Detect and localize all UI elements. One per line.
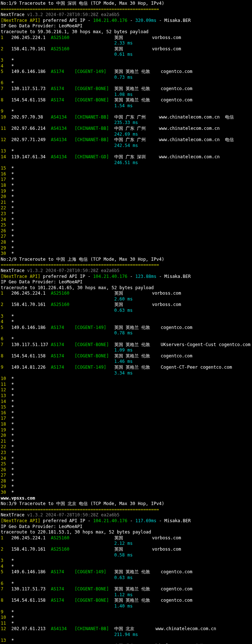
hop-row-star: 24 * bbox=[1, 456, 251, 462]
hop-row: 7 130.117.51.73 AS174 [COGENT-BONE] 英国 英… bbox=[1, 86, 251, 92]
hop-row-star: 13 * bbox=[1, 638, 251, 644]
hop-row-star: 13 * bbox=[1, 148, 251, 154]
hop-row-star: 19 * bbox=[1, 427, 251, 433]
hop-row: 1 206.245.224.1 AS25160 英国 vorboss.com bbox=[1, 291, 251, 296]
hop-row-star: 18 * bbox=[1, 183, 251, 189]
hop-row: 2 158.41.70.161 AS25160 英国 vorboss.com bbox=[1, 547, 251, 552]
hop-row-star: 28 * bbox=[1, 240, 251, 245]
hop-row: 12 202.97.61.213 AS4134 [CHINANET-BB] 中国… bbox=[1, 626, 251, 632]
hop-ms: 246.51 ms bbox=[1, 160, 251, 166]
hop-row: 1 206.245.224.1 AS25160 英国 vorboss.com bbox=[1, 35, 251, 41]
hop-row-star: 17 * bbox=[1, 177, 251, 183]
hop-row-star: 3 * bbox=[1, 558, 251, 564]
hop-row-star: 26 * bbox=[1, 228, 251, 234]
hop-ms: 0.78 ms bbox=[1, 330, 251, 336]
hop-row: 5 149.6.146.186 AS174 [COGENT-149] 英国 英格… bbox=[1, 569, 251, 575]
hop-row-star: 25 * bbox=[1, 222, 251, 228]
hop-ms: 2.60 ms bbox=[1, 296, 251, 302]
hop-ms: 242.54 ms bbox=[1, 143, 251, 149]
hop-row-star: 13 * bbox=[1, 393, 251, 399]
hop-row-star: 9 * bbox=[1, 109, 251, 115]
separator: ========================================… bbox=[1, 262, 251, 268]
hop-row-star: 16 * bbox=[1, 171, 251, 177]
traceroute-target: traceroute to 101.226.41.65, 30 hops max… bbox=[1, 285, 251, 291]
hop-row-star: 19 * bbox=[1, 189, 251, 194]
hop-ms: 3.34 ms bbox=[1, 371, 251, 376]
nexttrace-version: NextTrace v1.3.2 2024-07-28T10:50:28Z ea… bbox=[1, 268, 251, 274]
hop-row-star: 10 * bbox=[1, 376, 251, 382]
hop-row-star: 30 * bbox=[1, 251, 251, 257]
hop-row: 12 202.97.71.249 AS4134 [CHINANET-BB] 中国… bbox=[1, 137, 251, 143]
hop-row-star: 23 * bbox=[1, 450, 251, 456]
hop-row-star: 25 * bbox=[1, 461, 251, 467]
hop-row: 2 158.41.70.161 AS25160 英国 vorboss.com bbox=[1, 302, 251, 308]
hop-row-star: 23 * bbox=[1, 211, 251, 217]
hop-row-star: 21 * bbox=[1, 200, 251, 206]
hop-row-star: 21 * bbox=[1, 439, 251, 445]
hop-ms: 0.58 ms bbox=[1, 552, 251, 558]
hop-row: 5 149.6.146.186 AS174 [COGENT-149] 英国 英格… bbox=[1, 69, 251, 75]
hop-ms: 0.73 ms bbox=[1, 75, 251, 81]
hop-row-star: 11 * bbox=[1, 621, 251, 626]
hop-row: 8 154.54.61.158 AS174 [COGENT-BONE] 英国 英… bbox=[1, 598, 251, 604]
api-line: [NextTrace API] preferred API IP - 104.2… bbox=[1, 18, 251, 24]
hop-row-star: 4 * bbox=[1, 63, 251, 69]
trace-header: No:2/9 Traceroute to 中国 上海 电信 (TCP Mode,… bbox=[1, 257, 251, 263]
hop-row-star: 30 * bbox=[1, 490, 251, 496]
hop-row: 2 158.41.70.161 AS25160 英国 vorboss.com bbox=[1, 46, 251, 52]
traceroute-target: traceroute to 59.36.216.1, 30 hops max, … bbox=[1, 29, 251, 35]
hop-row: 11 202.97.66.214 AS4134 [CHINANET-BB] 中国… bbox=[1, 126, 251, 132]
api-line: [NextTrace API] preferred API IP - 104.2… bbox=[1, 274, 251, 280]
hop-row-star: 10 * bbox=[1, 615, 251, 621]
traceroute-target: traceroute to 220.181.53.1, 30 hops max,… bbox=[1, 529, 251, 535]
hop-ms: 235.33 ms bbox=[1, 120, 251, 126]
nexttrace-version: NextTrace v1.3.2 2024-07-28T10:50:28Z ea… bbox=[1, 512, 251, 518]
hop-row: 8 154.54.61.158 AS174 [COGENT-BONE] 英国 英… bbox=[1, 97, 251, 103]
hop-row-star: 27 * bbox=[1, 234, 251, 240]
hop-row-star: 4 * bbox=[1, 564, 251, 570]
hop-row: 14 119.147.61.34 AS4134 [CHINANET-GD] 中国… bbox=[1, 154, 251, 160]
hop-row-star: 15 * bbox=[1, 404, 251, 410]
hop-row: 9 149.14.81.226 AS174 [COGENT-149] 英国 英格… bbox=[1, 365, 251, 371]
hop-row-star: 28 * bbox=[1, 478, 251, 484]
hop-row-star: 11 * bbox=[1, 382, 251, 388]
nexttrace-version: NextTrace v1.3.2 2024-07-28T10:50:28Z ea… bbox=[1, 12, 251, 18]
hop-row-star: 22 * bbox=[1, 444, 251, 450]
hop-row-star: 22 * bbox=[1, 205, 251, 211]
separator: ========================================… bbox=[1, 507, 251, 513]
hop-row-star: 12 * bbox=[1, 387, 251, 393]
hop-row-star: 26 * bbox=[1, 467, 251, 473]
hop-ms: 1.08 ms bbox=[1, 92, 251, 98]
hop-row: 10 202.97.70.38 AS4134 [CHINANET-BB] 中国 … bbox=[1, 115, 251, 120]
watermark: www.vpsxs.com bbox=[1, 496, 251, 501]
separator: ========================================… bbox=[1, 7, 251, 12]
geo-provider: IP Geo Data Provider: LeoMoeAPI bbox=[1, 279, 251, 285]
api-line: [NextTrace API] preferred API IP - 104.2… bbox=[1, 518, 251, 524]
hop-ms: 1.46 ms bbox=[1, 359, 251, 365]
hop-row-star: 14 * bbox=[1, 399, 251, 405]
hop-ms: 0.63 ms bbox=[1, 308, 251, 314]
geo-provider: IP Geo Data Provider: LeoMoeAPI bbox=[1, 23, 251, 29]
hop-ms: 242.69 ms bbox=[1, 132, 251, 137]
terminal-output: No:1/9 Traceroute to 中国 深圳 电信 (TCP Mode,… bbox=[1, 1, 251, 644]
hop-ms: 2.33 ms bbox=[1, 40, 251, 46]
hop-row: 5 149.6.146.186 AS174 [COGENT-149] 英国 英格… bbox=[1, 325, 251, 331]
hop-row-star: 20 * bbox=[1, 194, 251, 200]
hop-row-star: 27 * bbox=[1, 473, 251, 478]
hop-row-star: 17 * bbox=[1, 416, 251, 422]
hop-row-star: 6 * bbox=[1, 581, 251, 587]
hop-row-star: 3 * bbox=[1, 314, 251, 319]
geo-provider: IP Geo Data Provider: LeoMoeAPI bbox=[1, 524, 251, 530]
hop-row-star: 16 * bbox=[1, 410, 251, 416]
hop-row-star: 9 * bbox=[1, 609, 251, 615]
hop-ms: 1.54 ms bbox=[1, 103, 251, 109]
hop-row-star: 18 * bbox=[1, 422, 251, 427]
hop-ms: 0.63 ms bbox=[1, 575, 251, 581]
hop-row-star: 29 * bbox=[1, 484, 251, 490]
hop-ms: 2.12 ms bbox=[1, 541, 251, 547]
hop-row: 1 206.245.224.1 AS25160 英国 vorboss.com bbox=[1, 535, 251, 541]
hop-row-star: 29 * bbox=[1, 245, 251, 251]
hop-row-star: 6 * bbox=[1, 80, 251, 86]
hop-row: 7 130.117.51.73 AS174 [COGENT-BONE] 英国 英… bbox=[1, 586, 251, 592]
hop-row: 7 130.117.51.137 AS174 [COGENT-BONE] 英国 … bbox=[1, 342, 251, 348]
